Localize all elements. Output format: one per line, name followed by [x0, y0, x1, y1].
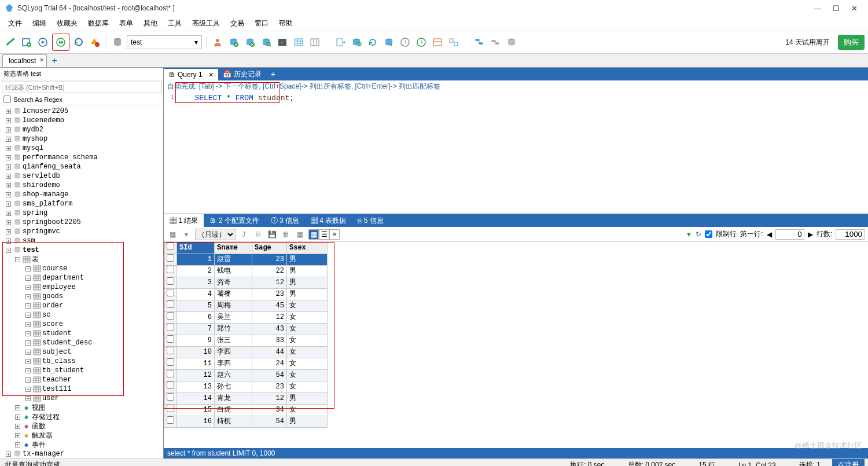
- cell-sname[interactable]: 孙七: [215, 381, 252, 393]
- expander-icon[interactable]: +: [25, 350, 31, 355]
- register-button[interactable]: 在注册: [832, 459, 865, 466]
- tree-folder-函数[interactable]: +◆函数: [0, 421, 163, 431]
- table-row[interactable]: 7郑竹43女: [164, 324, 328, 335]
- menu-其他[interactable]: 其他: [139, 17, 162, 30]
- expander-icon[interactable]: +: [15, 424, 20, 429]
- sync-dbs-icon[interactable]: [472, 35, 486, 49]
- form-view-button[interactable]: ☰: [319, 229, 329, 240]
- tree-db-springboot2205[interactable]: +springboot2205: [0, 218, 163, 227]
- first-row-prev[interactable]: ◀: [767, 230, 772, 238]
- result-tab-3[interactable]: ▦ 4 表数据: [305, 214, 352, 227]
- cell-sname[interactable]: 李四: [215, 358, 252, 370]
- col-Ssex[interactable]: Ssex: [287, 243, 328, 254]
- expander-icon[interactable]: +: [6, 109, 11, 114]
- tree-table-subject[interactable]: +subject: [0, 347, 163, 357]
- cell-sage[interactable]: 54: [252, 370, 287, 381]
- tree-table-course[interactable]: +course: [0, 264, 163, 273]
- row-checkbox[interactable]: [164, 289, 177, 300]
- tree-db-lcnuser2205[interactable]: +lcnuser2205: [0, 107, 163, 116]
- cell-sid[interactable]: 14: [177, 393, 215, 405]
- text-view-button[interactable]: ≡: [329, 229, 340, 240]
- tree-db-servletdb[interactable]: +servletdb: [0, 171, 163, 181]
- backup-icon[interactable]: [505, 35, 518, 49]
- regex-checkbox[interactable]: [3, 96, 11, 103]
- expander-icon[interactable]: +: [6, 211, 11, 216]
- tree-db-shop-manage[interactable]: +shop-manage: [0, 190, 163, 199]
- cell-sid[interactable]: 16: [177, 416, 215, 428]
- result-grid-wrap[interactable]: SIdSnameSageSsex1赵雷23男2钱电22男3穷奇12男4饕餮23男…: [164, 242, 868, 448]
- table-row[interactable]: 9张三33女: [164, 335, 328, 347]
- tree-table-goods[interactable]: +goods: [0, 292, 163, 301]
- cell-sname[interactable]: 青龙: [215, 393, 252, 405]
- refresh-result-icon[interactable]: ↻: [696, 230, 701, 238]
- first-row-next[interactable]: ▶: [808, 230, 813, 238]
- cell-ssex[interactable]: 男: [287, 393, 328, 405]
- expander-icon[interactable]: +: [25, 368, 31, 373]
- expander-icon[interactable]: +: [15, 405, 20, 410]
- cell-sage[interactable]: 12: [252, 393, 287, 405]
- expander-icon[interactable]: +: [6, 192, 11, 197]
- table-row[interactable]: 14青龙12男: [164, 393, 328, 405]
- execute-query-icon[interactable]: [36, 35, 50, 49]
- cell-ssex[interactable]: 男: [287, 254, 328, 266]
- menu-收藏夹[interactable]: 收藏夹: [52, 17, 82, 30]
- tree-db-springmvc[interactable]: +springmvc: [0, 227, 163, 236]
- delete-icon[interactable]: 🗑: [281, 229, 291, 240]
- expander-icon[interactable]: +: [6, 220, 11, 225]
- copy-icon[interactable]: ⎘: [253, 229, 263, 240]
- db-refresh-icon[interactable]: [350, 35, 363, 49]
- expander-icon[interactable]: +: [25, 294, 31, 299]
- expander-icon[interactable]: +: [15, 433, 20, 438]
- cell-sage[interactable]: 24: [252, 358, 287, 370]
- expander-icon[interactable]: +: [6, 238, 11, 244]
- database-select[interactable]: test: [127, 35, 202, 49]
- close-button[interactable]: ✕: [851, 4, 858, 13]
- expander-icon[interactable]: +: [25, 387, 31, 392]
- import-icon[interactable]: [333, 35, 347, 49]
- cell-sage[interactable]: 23: [252, 381, 287, 393]
- cell-sid[interactable]: 9: [177, 335, 215, 347]
- col-Sage[interactable]: Sage: [252, 243, 287, 254]
- menu-编辑[interactable]: 编辑: [28, 17, 51, 30]
- table-row[interactable]: 15白虎34女: [164, 405, 328, 416]
- result-tab-0[interactable]: ▦ 1 结果: [164, 214, 204, 227]
- menu-窗口[interactable]: 窗口: [250, 17, 273, 30]
- table-row[interactable]: 16梼杌54男: [164, 416, 328, 428]
- cell-sname[interactable]: 赵雷: [215, 254, 252, 266]
- cell-sid[interactable]: 15: [177, 405, 215, 416]
- table-row[interactable]: 13孙七23女: [164, 381, 328, 393]
- table-row[interactable]: 12赵六54女: [164, 370, 328, 381]
- database-icon[interactable]: [111, 35, 124, 49]
- cell-sid[interactable]: 12: [177, 370, 215, 381]
- menu-帮助[interactable]: 帮助: [274, 17, 297, 30]
- db-search-icon[interactable]: [259, 35, 273, 49]
- tree-table-order[interactable]: +order: [0, 301, 163, 310]
- tree-folder-触发器[interactable]: +◆触发器: [0, 431, 163, 440]
- expander-icon[interactable]: -: [6, 248, 11, 253]
- maximize-button[interactable]: ☐: [833, 4, 840, 13]
- tree-db-spring[interactable]: +spring: [0, 208, 163, 218]
- rows-count-input[interactable]: [836, 229, 865, 240]
- row-checkbox[interactable]: [164, 324, 177, 335]
- tree-table-score[interactable]: +score: [0, 320, 163, 329]
- execute-all-icon[interactable]: [54, 35, 68, 49]
- cell-sname[interactable]: 赵六: [215, 370, 252, 381]
- menu-高级工具[interactable]: 高级工具: [187, 17, 225, 30]
- table-row[interactable]: 2钱电22男: [164, 266, 328, 277]
- expander-icon[interactable]: +: [25, 331, 31, 336]
- cell-sage[interactable]: 45: [252, 300, 287, 312]
- cell-ssex[interactable]: 女: [287, 358, 328, 370]
- buy-button[interactable]: 购买: [838, 35, 865, 50]
- row-checkbox[interactable]: [164, 381, 177, 393]
- cell-sname[interactable]: 周梅: [215, 300, 252, 312]
- table-icon[interactable]: [292, 35, 306, 49]
- tree-db-performance_schema[interactable]: +performance_schema: [0, 153, 163, 162]
- cell-sid[interactable]: 7: [177, 324, 215, 335]
- tree-db-txmanager[interactable]: +tx-manager: [0, 449, 163, 458]
- save-icon[interactable]: 💾: [267, 229, 277, 240]
- cell-sid[interactable]: 10: [177, 347, 215, 358]
- connection-tab-localhost[interactable]: localhost ✕: [2, 54, 47, 67]
- cell-sid[interactable]: 11: [177, 358, 215, 370]
- expander-icon[interactable]: +: [25, 359, 31, 364]
- row-checkbox[interactable]: [164, 393, 177, 405]
